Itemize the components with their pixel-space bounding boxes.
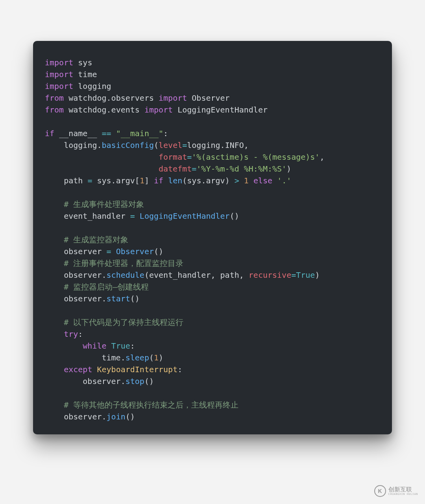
obj-observer: observer xyxy=(64,270,102,280)
fn-start: start xyxy=(107,294,130,303)
keyword-except: except xyxy=(64,365,92,374)
keyword-import: import xyxy=(45,70,73,79)
keyword-if: if xyxy=(45,129,54,138)
string-main: "__main__" xyxy=(116,129,163,138)
module-logging: logging xyxy=(78,81,111,91)
fn-schedule: schedule xyxy=(107,270,144,280)
string-datefmt: '%Y-%m-%d %H:%M:%S' xyxy=(196,164,286,174)
keyword-while: while xyxy=(83,341,106,351)
pkg-sub: events xyxy=(111,105,140,114)
keyword-import: import xyxy=(144,105,173,114)
watermark-name: 创新互联 xyxy=(388,486,418,493)
watermark-sub: CHUANGXIN HULIAN xyxy=(388,493,418,496)
var-path: path xyxy=(64,176,83,185)
dunder-name: __name__ xyxy=(59,129,97,138)
var-observer: observer xyxy=(64,247,102,256)
fn-basicconfig: basicConfig xyxy=(102,140,154,150)
num-1: 1 xyxy=(244,176,249,185)
code-block: import sys import time import logging fr… xyxy=(45,57,380,423)
keyword-from: from xyxy=(45,93,64,103)
op-gt: > xyxy=(235,176,239,185)
comment: # 生成事件处理器对象 xyxy=(64,199,144,209)
cls-observer: Observer xyxy=(116,247,154,256)
obj-sys: sys xyxy=(187,176,201,185)
kwarg-recursive: recursive xyxy=(249,270,291,280)
cls-kbinterrupt: KeyboardInterrupt xyxy=(97,365,177,374)
keyword-import: import xyxy=(159,93,187,103)
string-dot: '.' xyxy=(277,176,291,185)
class-handler: LoggingEventHandler xyxy=(177,105,268,114)
val-info: INFO xyxy=(225,140,244,150)
fn-len: len xyxy=(168,176,182,185)
module-sys: sys xyxy=(78,58,92,67)
comment: # 生成监控器对象 xyxy=(64,235,128,244)
watermark: K 创新互联 CHUANGXIN HULIAN xyxy=(374,485,418,497)
module-time: time xyxy=(78,70,97,79)
obj-time: time xyxy=(102,353,121,362)
cls-handler: LoggingEventHandler xyxy=(140,211,230,221)
string-format: '%(asctime)s - %(message)s' xyxy=(192,152,320,162)
kwarg-format: format xyxy=(159,152,187,162)
keyword-if: if xyxy=(154,176,163,185)
comment: # 注册事件处理器，配置监控目录 xyxy=(64,258,183,268)
comment: # 以下代码是为了保持主线程运行 xyxy=(64,318,183,327)
arg-path: path xyxy=(220,270,239,280)
kwarg-level: level xyxy=(159,140,182,150)
obj-sys: sys xyxy=(97,176,111,185)
code-card: import sys import time import logging fr… xyxy=(33,41,392,434)
kwarg-datefmt: datefmt xyxy=(159,164,192,174)
bool-true: True xyxy=(111,341,130,351)
op-eq: == xyxy=(102,129,111,138)
attr-argv: argv xyxy=(116,176,135,185)
attr-argv: argv xyxy=(206,176,225,185)
fn-stop: stop xyxy=(126,377,144,386)
keyword-from: from xyxy=(45,105,64,114)
comment: # 监控器启动—创建线程 xyxy=(64,282,149,292)
val-logging: logging xyxy=(187,140,220,150)
pkg: watchdog xyxy=(68,93,106,103)
num-1: 1 xyxy=(154,353,159,362)
fn-join: join xyxy=(107,412,126,421)
obj-logging: logging xyxy=(64,140,97,150)
fn-sleep: sleep xyxy=(126,353,149,362)
bool-true: True xyxy=(296,270,315,280)
keyword-import: import xyxy=(45,58,73,67)
arg-handler: event_handler xyxy=(149,270,211,280)
pkg-sub: observers xyxy=(111,93,154,103)
obj-observer: observer xyxy=(83,377,120,386)
keyword-import: import xyxy=(45,81,73,91)
watermark-logo-icon: K xyxy=(374,485,386,497)
pkg: watchdog xyxy=(68,105,106,114)
keyword-else: else xyxy=(253,176,272,185)
keyword-try: try xyxy=(64,329,78,339)
num-1: 1 xyxy=(140,176,144,185)
obj-observer: observer xyxy=(64,412,102,421)
var-handler: event_handler xyxy=(64,211,126,221)
obj-observer: observer xyxy=(64,294,102,303)
comment: # 等待其他的子线程执行结束之后，主线程再终止 xyxy=(64,400,238,410)
class-observer: Observer xyxy=(192,93,229,103)
